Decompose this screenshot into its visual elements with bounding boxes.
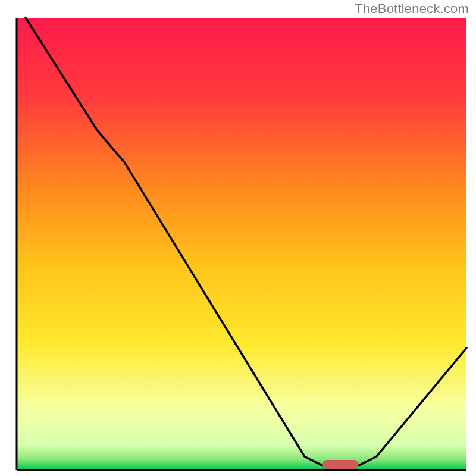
chart-container: TheBottleneck.com (0, 0, 476, 476)
plot-background (17, 18, 466, 470)
optimal-marker (322, 460, 358, 469)
chart-svg (0, 0, 476, 476)
